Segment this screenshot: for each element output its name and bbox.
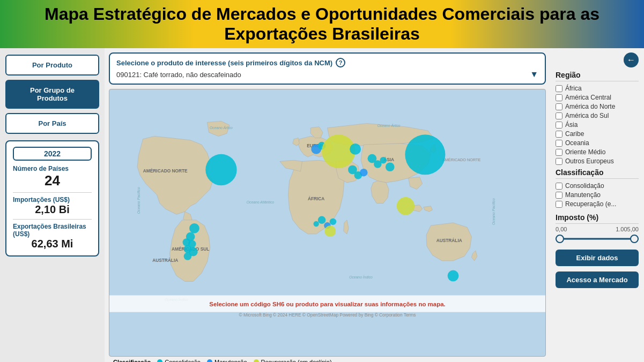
class-recuperacao-checkbox[interactable] [556, 201, 562, 208]
regiao-america-norte[interactable]: América do Norte [556, 103, 639, 110]
slider-track [556, 238, 639, 240]
svg-point-28 [360, 169, 368, 177]
por-produto-button[interactable]: Por Produto [5, 55, 99, 76]
paises-label: Número de Países [13, 165, 92, 172]
svg-text:AUSTRÁLIA: AUSTRÁLIA [436, 238, 462, 243]
svg-text:ÁFRICA: ÁFRICA [308, 196, 324, 201]
svg-point-36 [189, 223, 199, 233]
legend-recuperacao: Recuperação (em declínio) [254, 359, 332, 362]
svg-text:Selecione um código SH6 ou pro: Selecione um código SH6 ou produto para … [209, 301, 445, 307]
consolidacao-legend-label: Consolidação [165, 359, 201, 362]
legend-consolidacao: Consolidação [157, 359, 201, 362]
svg-point-20 [350, 144, 361, 155]
imposto-max: 1.005,00 [616, 226, 639, 232]
svg-text:Oceano Ártico: Oceano Ártico [377, 123, 401, 127]
regiao-oriente-medio-checkbox[interactable] [556, 149, 562, 156]
stats-box: 2022 Número de Países 24 Importações (US… [5, 140, 99, 257]
regiao-oriente-medio[interactable]: Oriente Médio [556, 148, 639, 156]
left-sidebar: Por Produto Por Grupo de Produtos Por Pa… [0, 48, 105, 362]
imposto-title: Imposto (%) [556, 213, 639, 224]
svg-text:AUSTRÁLIA: AUSTRÁLIA [152, 258, 178, 263]
importacoes-value: 2,10 Bi [13, 203, 92, 216]
classificacao-title: Classificação [556, 168, 639, 179]
help-icon[interactable]: ? [336, 58, 345, 67]
regiao-oceania[interactable]: Oceania [556, 139, 639, 147]
class-consolidacao[interactable]: Consolidação [556, 182, 639, 190]
regiao-america-central[interactable]: América Central [556, 94, 639, 101]
regiao-asia[interactable]: Ásia [556, 121, 639, 129]
world-map-svg: AMÉRICADO NORTE AMÉRICADO SUL ÁFRICA EUR… [109, 89, 545, 356]
regiao-title: Região [556, 71, 639, 81]
imposto-section: Imposto (%) 0,00 1.005,00 [556, 213, 639, 244]
svg-point-35 [448, 270, 459, 282]
right-sidebar: ← Região África América Central América … [550, 48, 644, 362]
dropdown-chevron-icon[interactable]: ▼ [530, 70, 538, 79]
svg-point-33 [324, 225, 336, 237]
manutencao-legend-label: Manutenção [214, 359, 247, 362]
svg-text:Oceano Ártico: Oceano Ártico [210, 125, 233, 130]
paises-value: 24 [13, 172, 92, 189]
svg-point-42 [184, 252, 192, 260]
acesso-mercado-button[interactable]: Acesso a Mercado [556, 272, 639, 288]
regiao-america-norte-checkbox[interactable] [556, 103, 562, 110]
regiao-caribe-checkbox[interactable] [556, 131, 562, 138]
legend-manutencao: Manutenção [207, 359, 247, 362]
class-manutencao-checkbox[interactable] [556, 192, 562, 199]
svg-text:AMÉRICADO NORTE: AMÉRICADO NORTE [143, 168, 188, 174]
regiao-america-sul[interactable]: América do Sul [556, 112, 639, 119]
importacoes-label: Importações (US$) [13, 196, 92, 203]
slider-thumb-left[interactable] [556, 235, 564, 243]
imposto-slider[interactable] [556, 233, 639, 244]
class-recuperacao[interactable]: Recuperação (e... [556, 200, 639, 208]
regiao-filter-group: África América Central América do Norte … [556, 85, 639, 165]
stats-year: 2022 [13, 147, 92, 161]
svg-point-29 [318, 216, 326, 224]
regiao-oceania-checkbox[interactable] [556, 140, 562, 147]
slider-fill [556, 238, 639, 240]
regiao-africa-checkbox[interactable] [556, 85, 562, 92]
exportacoes-value: 62,63 Mi [13, 238, 92, 250]
regiao-asia-checkbox[interactable] [556, 122, 562, 129]
regiao-america-central-checkbox[interactable] [556, 94, 562, 101]
regiao-outros-europeus[interactable]: Outros Europeus [556, 157, 639, 165]
svg-text:Oceano Pacífico: Oceano Pacífico [492, 198, 495, 225]
slider-thumb-right[interactable] [630, 235, 639, 243]
exportacoes-label: Exportações Brasileiras (US$) [13, 223, 92, 238]
regiao-africa[interactable]: África [556, 85, 639, 92]
svg-point-23 [380, 157, 387, 164]
svg-text:Oceano Índico: Oceano Índico [349, 275, 373, 279]
por-grupo-button[interactable]: Por Grupo de Produtos [5, 80, 99, 109]
svg-point-34 [397, 197, 414, 215]
page-title: Mapa Estratégico de Mercados e Oportunid… [32, 4, 612, 44]
svg-text:AMÉRICADO NORTE: AMÉRICADO NORTE [442, 157, 481, 162]
svg-text:Oceano Atlântico: Oceano Atlântico [247, 200, 275, 204]
regiao-america-sul-checkbox[interactable] [556, 112, 562, 119]
regiao-caribe[interactable]: Caribe [556, 130, 639, 138]
product-dropdown[interactable]: 090121: Café torrado, não descafeinado ▼ [116, 70, 538, 79]
center-area: Selecione o produto de interesse (seis p… [105, 48, 550, 362]
svg-point-32 [313, 221, 319, 227]
svg-point-25 [405, 134, 445, 175]
selected-product: 090121: Café torrado, não descafeinado [116, 71, 241, 79]
imposto-range: 0,00 1.005,00 [556, 226, 639, 232]
exibir-dados-button[interactable]: Exibir dados [556, 250, 639, 266]
svg-point-24 [386, 162, 395, 171]
svg-point-31 [330, 218, 337, 225]
svg-text:Oceano Pacífico: Oceano Pacífico [137, 187, 140, 214]
back-button[interactable]: ← [624, 52, 639, 67]
svg-point-16 [205, 154, 236, 185]
header: Mapa Estratégico de Mercados e Oportunid… [0, 0, 644, 48]
map-container: AMÉRICADO NORTE AMÉRICADO SUL ÁFRICA EUR… [109, 89, 546, 357]
svg-text:© Microsoft Bing        © 2024: © Microsoft Bing © 2024 HERE © OpenStree… [239, 312, 416, 318]
product-selector: Selecione o produto de interesse (seis p… [109, 52, 546, 85]
por-pais-button[interactable]: Por País [5, 113, 99, 134]
regiao-outros-europeus-checkbox[interactable] [556, 158, 562, 165]
imposto-min: 0,00 [556, 226, 567, 232]
class-manutencao[interactable]: Manutenção [556, 191, 639, 199]
legend-bar: Classificação Consolidação Manutenção Re… [109, 357, 546, 362]
recuperacao-legend-label: Recuperação (em declínio) [261, 359, 332, 362]
classificacao-filter-group: Consolidação Manutenção Recuperação (e..… [556, 182, 639, 208]
product-selector-label: Selecione o produto de interesse (seis p… [116, 58, 538, 67]
class-consolidacao-checkbox[interactable] [556, 183, 562, 190]
classificacao-legend-label: Classificação [113, 359, 151, 362]
